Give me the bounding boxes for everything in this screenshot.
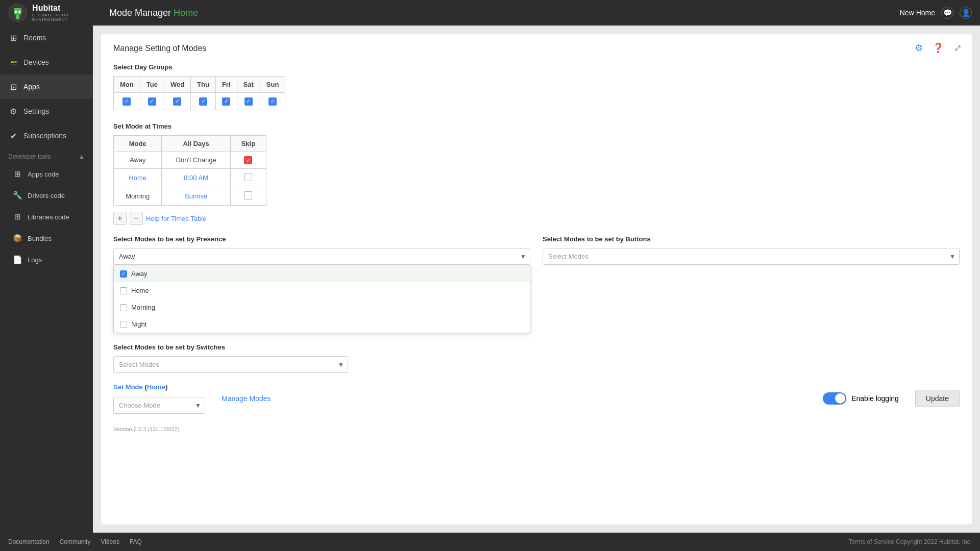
presence-label: Select Modes to be set by Presence: [113, 235, 530, 243]
dropdown-item-morning[interactable]: Morning: [114, 299, 530, 316]
sidebar-item-drivers-code[interactable]: 🔧 Drivers code: [0, 185, 93, 206]
settings-button[interactable]: ⚙: [912, 41, 926, 55]
choose-mode-wrapper: Choose Mode ▼: [113, 397, 205, 414]
sidebar-item-devices[interactable]: 📟 Devices: [0, 50, 93, 74]
dropdown-item-label: Home: [131, 287, 149, 294]
settings-icon: ⚙: [8, 106, 18, 116]
dropdown-item-away[interactable]: ✓ Away: [114, 265, 530, 282]
footer-copyright: Terms of Service Copyright 2022 Hubitat,…: [849, 538, 972, 545]
day-header-sat: Sat: [237, 77, 260, 93]
sidebar-item-label: Bundles: [28, 235, 52, 242]
dropdown-item-home[interactable]: Home: [114, 282, 530, 299]
main-layout: ⊞ Rooms 📟 Devices ⊡ Apps ⚙ Settings ✔ Su…: [0, 26, 980, 533]
add-row-button[interactable]: +: [113, 212, 127, 225]
inner-panel: ⚙ ❓ ⤢ Manage Setting of Modes Select Day…: [101, 34, 972, 524]
hub-name-label: New Home: [900, 9, 935, 17]
sidebar-item-apps-code[interactable]: ⊞ Apps code: [0, 163, 93, 185]
remove-row-button[interactable]: −: [130, 212, 143, 225]
presence-section: Select Modes to be set by Presence Away …: [113, 235, 530, 333]
manage-modes-link[interactable]: Manage Modes: [222, 394, 271, 403]
panel-toolbar: ⚙ ❓ ⤢: [912, 41, 965, 55]
sidebar-item-label: Devices: [23, 58, 49, 66]
svg-rect-2: [16, 15, 19, 19]
dropdown-item-label: Away: [131, 270, 148, 278]
logo-text: Hubitat ELEVATE YOUR ENVIRONMENT: [32, 4, 101, 22]
presence-select-wrapper: Away ▼: [113, 248, 530, 265]
day-header-fri: Fri: [215, 77, 237, 93]
footer-link-community[interactable]: Community: [60, 538, 91, 545]
sidebar-item-label: Apps code: [28, 170, 59, 178]
footer-link-documentation[interactable]: Documentation: [8, 538, 50, 545]
sidebar-item-libraries-code[interactable]: ⊞ Libraries code: [0, 206, 93, 228]
sidebar-item-rooms[interactable]: ⊞ Rooms: [0, 26, 93, 50]
svg-rect-4: [18, 11, 20, 13]
drivers-code-icon: 🔧: [12, 190, 22, 201]
skip-away-checkbox[interactable]: ✓: [244, 156, 252, 164]
buttons-select-box[interactable]: Select Modes: [543, 248, 960, 265]
away-checkbox[interactable]: ✓: [120, 270, 127, 278]
footer-link-videos[interactable]: Videos: [101, 538, 119, 545]
developer-tools-section[interactable]: Developer tools ▲: [0, 148, 93, 163]
footer: Documentation Community Videos FAQ Terms…: [0, 533, 980, 551]
table-actions: + − Help for Times Table: [113, 212, 960, 225]
mode-home-cell[interactable]: Home: [114, 169, 162, 187]
user-icon[interactable]: 👤: [960, 7, 972, 19]
skip-home-checkbox[interactable]: [244, 173, 252, 181]
table-row: Away Don't Change ✓: [114, 152, 266, 169]
sidebar-item-label: Drivers code: [28, 192, 65, 199]
day-header-sun: Sun: [260, 77, 285, 93]
day-mon-checkbox[interactable]: ✓: [122, 97, 131, 106]
time-morning-cell[interactable]: Sunrise: [162, 187, 230, 206]
sidebar-item-subscriptions[interactable]: ✔ Subscriptions: [0, 123, 93, 148]
sidebar-item-settings[interactable]: ⚙ Settings: [0, 99, 93, 123]
enable-logging-toggle[interactable]: [823, 392, 846, 405]
day-fri-checkbox[interactable]: ✓: [222, 97, 230, 106]
switches-select-wrapper: Select Modes ▼: [113, 356, 348, 373]
dropdown-item-night[interactable]: Night: [114, 316, 530, 333]
sidebar: ⊞ Rooms 📟 Devices ⊡ Apps ⚙ Settings ✔ Su…: [0, 26, 93, 533]
day-thu-checkbox[interactable]: ✓: [199, 97, 207, 106]
day-header-wed: Wed: [164, 77, 190, 93]
switches-section: Select Modes to be set by Switches Selec…: [113, 343, 960, 373]
time-dontchange-cell: Don't Change: [162, 152, 230, 169]
day-wed-checkbox[interactable]: ✓: [173, 97, 181, 106]
night-checkbox[interactable]: [120, 321, 127, 328]
sidebar-item-label: Rooms: [23, 34, 46, 42]
hubitat-logo-icon: [8, 3, 27, 23]
times-label: Set Mode at Times: [113, 122, 960, 130]
switches-select-box[interactable]: Select Modes: [113, 356, 348, 373]
mode-morning-cell: Morning: [114, 187, 162, 206]
chevron-up-icon: ▲: [79, 153, 85, 160]
chat-icon[interactable]: 💬: [941, 7, 953, 19]
help-button[interactable]: ❓: [931, 41, 945, 55]
sidebar-item-label: Apps: [23, 83, 40, 91]
top-header: Hubitat ELEVATE YOUR ENVIRONMENT Mode Ma…: [0, 0, 980, 26]
day-sun-checkbox[interactable]: ✓: [268, 97, 277, 106]
sidebar-item-logs[interactable]: 📄 Logs: [0, 249, 93, 270]
choose-mode-select[interactable]: Choose Mode: [113, 397, 205, 414]
time-home-cell[interactable]: 8:00 AM: [162, 169, 230, 187]
update-button[interactable]: Update: [915, 390, 960, 407]
buttons-section: Select Modes to be set by Buttons Select…: [543, 235, 960, 265]
help-times-link[interactable]: Help for Times Table: [146, 215, 206, 222]
home-checkbox[interactable]: [120, 287, 127, 294]
header-title: Mode Manager Home: [109, 8, 900, 18]
sidebar-item-label: Logs: [28, 256, 42, 264]
presence-dropdown-list: ✓ Away Home Morning: [113, 265, 530, 333]
skip-morning-checkbox[interactable]: [244, 191, 252, 199]
day-header-tue: Tue: [140, 77, 164, 93]
morning-checkbox[interactable]: [120, 304, 127, 311]
sidebar-item-bundles[interactable]: 📦 Bundles: [0, 228, 93, 249]
footer-link-faq[interactable]: FAQ: [130, 538, 142, 545]
sidebar-item-label: Settings: [23, 107, 50, 115]
presence-select-box[interactable]: Away: [113, 248, 530, 265]
times-header-mode: Mode: [114, 135, 162, 152]
expand-button[interactable]: ⤢: [950, 41, 965, 55]
day-groups-table: Mon Tue Wed Thu Fri Sat Sun ✓ ✓ ✓ ✓: [113, 76, 285, 110]
toggle-knob: [835, 393, 845, 404]
table-row: Morning Sunrise: [114, 187, 266, 206]
bottom-row: Set Mode (Home) Choose Mode ▼ Manage Mod…: [113, 383, 960, 414]
sidebar-item-apps[interactable]: ⊡ Apps: [0, 74, 93, 99]
day-sat-checkbox[interactable]: ✓: [244, 97, 253, 106]
day-tue-checkbox[interactable]: ✓: [148, 97, 156, 106]
